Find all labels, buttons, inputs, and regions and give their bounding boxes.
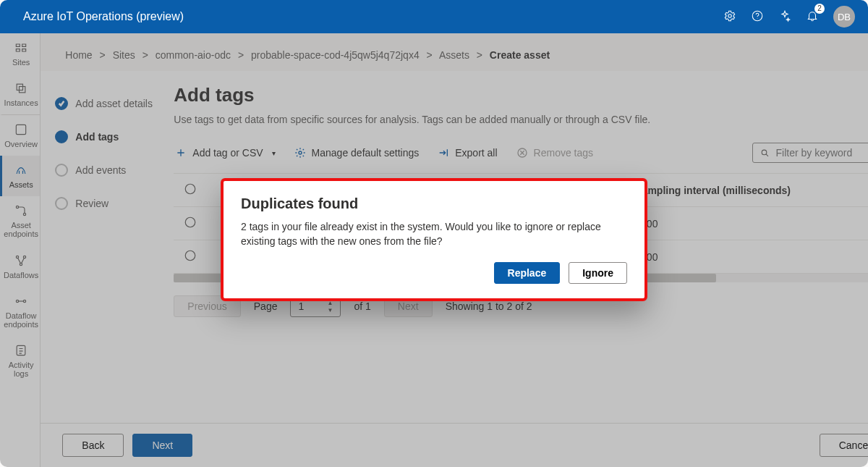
help-icon[interactable] — [751, 9, 764, 25]
modal-body: 2 tags in your file already exist in the… — [241, 219, 627, 249]
topbar: Azure IoT Operations (preview) 2 DB — [0, 0, 868, 33]
duplicates-found-dialog: Duplicates found 2 tags in your file alr… — [221, 178, 647, 301]
app-title: Azure IoT Operations (preview) — [13, 10, 184, 23]
settings-gear-icon[interactable] — [723, 9, 736, 25]
replace-button[interactable]: Replace — [494, 262, 561, 284]
ignore-button[interactable]: Ignore — [569, 262, 627, 284]
svg-point-2 — [757, 18, 758, 19]
sparkle-icon[interactable] — [778, 9, 791, 25]
notifications-icon[interactable]: 2 — [806, 9, 819, 25]
notification-badge: 2 — [814, 4, 825, 14]
modal-title: Duplicates found — [241, 195, 627, 212]
modal-overlay: Duplicates found 2 tags in your file alr… — [0, 33, 868, 467]
topbar-actions: 2 DB — [723, 6, 855, 28]
svg-point-0 — [728, 14, 732, 17]
avatar[interactable]: DB — [833, 6, 855, 28]
